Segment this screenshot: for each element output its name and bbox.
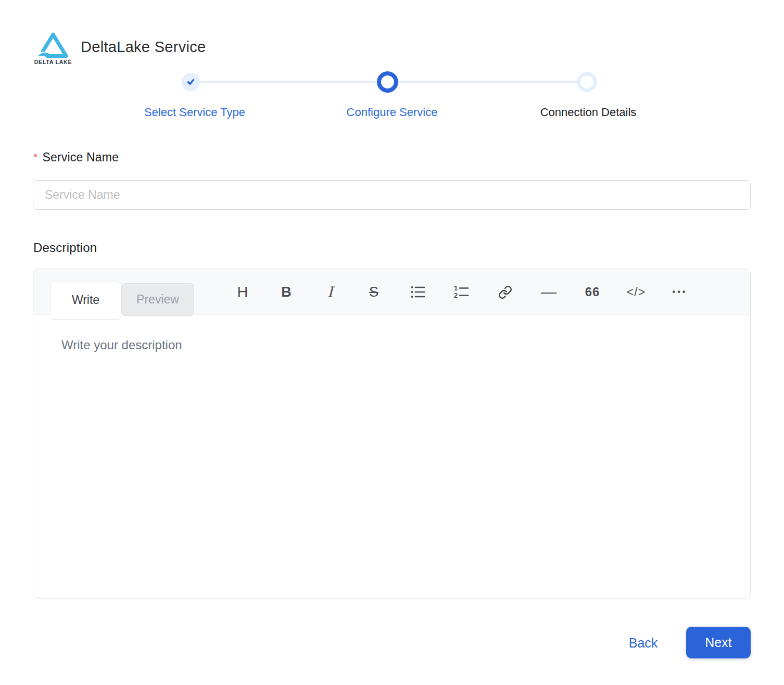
strikethrough-icon: S	[367, 284, 381, 300]
step-2-indicator-active	[377, 71, 398, 93]
description-textarea[interactable]	[33, 315, 750, 599]
step-1-indicator-completed	[182, 73, 200, 91]
check-icon	[186, 77, 196, 87]
step-label-connection-details: Connection Details	[540, 106, 637, 119]
configure-service-page: DELTA LAKE DeltaLake Service Select Serv…	[0, 0, 784, 685]
link-button[interactable]	[494, 276, 516, 308]
editor-write-area	[33, 315, 750, 599]
heading-button[interactable]: H	[231, 276, 254, 308]
tab-write[interactable]: Write	[50, 282, 121, 320]
italic-button[interactable]: I	[319, 276, 342, 308]
back-button[interactable]: Back	[613, 628, 673, 658]
heading-icon: H	[237, 284, 248, 301]
description-markdown-editor: Write Preview H B I S	[33, 269, 751, 599]
service-name-label: *Service Name	[33, 150, 119, 164]
step-label-select-service-type: Select Service Type	[144, 106, 245, 119]
delta-lake-logo: DELTA LAKE	[30, 31, 77, 65]
step-3-indicator-upcoming	[577, 72, 597, 92]
strikethrough-button[interactable]: S	[362, 276, 385, 308]
quote-icon: 66	[585, 285, 600, 299]
delta-lake-logo-icon	[37, 31, 69, 58]
page-title: DeltaLake Service	[81, 39, 206, 56]
svg-text:1: 1	[454, 284, 458, 292]
quote-button[interactable]: 66	[581, 276, 604, 308]
svg-text:2: 2	[454, 291, 458, 299]
ordered-list-icon: 1 2	[453, 284, 469, 300]
service-name-input[interactable]	[33, 180, 751, 210]
horizontal-rule-icon: —	[541, 283, 557, 301]
required-asterisk: *	[33, 151, 37, 163]
formatting-tools: H B I S 1 2	[231, 269, 691, 315]
link-icon	[498, 285, 512, 299]
step-label-configure-service: Configure Service	[347, 106, 438, 119]
service-name-label-text: Service Name	[42, 150, 119, 164]
bold-icon: B	[281, 284, 292, 300]
unordered-list-button[interactable]	[406, 276, 429, 308]
italic-icon: I	[327, 284, 333, 301]
unordered-list-icon	[410, 284, 425, 300]
more-options-icon: •••	[673, 287, 688, 297]
code-button[interactable]: </>	[625, 276, 648, 308]
code-icon: </>	[627, 285, 646, 299]
logo-caption: DELTA LAKE	[30, 59, 77, 65]
horizontal-rule-button[interactable]: —	[537, 276, 560, 308]
editor-toolbar: Write Preview H B I S	[33, 269, 750, 315]
next-button[interactable]: Next	[686, 627, 751, 658]
tab-preview[interactable]: Preview	[121, 283, 194, 316]
ordered-list-button[interactable]: 1 2	[450, 276, 473, 308]
bold-button[interactable]: B	[275, 276, 298, 308]
description-label: Description	[33, 240, 97, 255]
more-options-button[interactable]: •••	[668, 276, 691, 308]
